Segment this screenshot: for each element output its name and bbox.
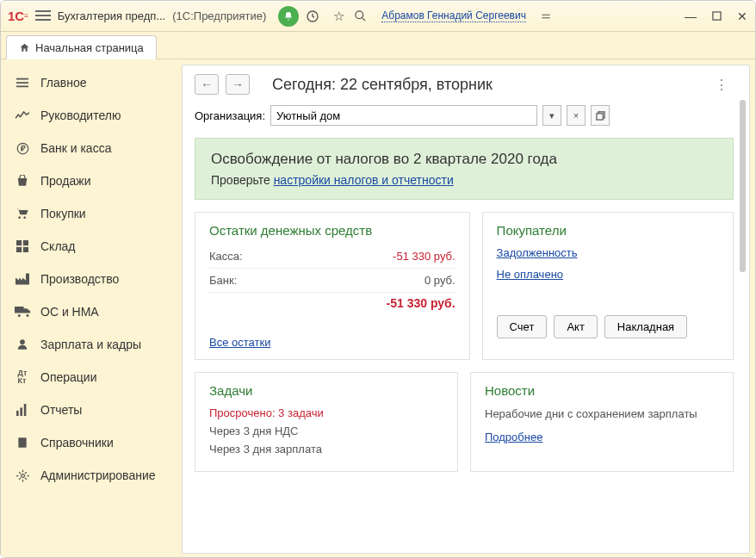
sidebar-item-main[interactable]: Главное <box>1 66 182 99</box>
equals-icon[interactable] <box>540 10 557 22</box>
all-balances-link[interactable]: Все остатки <box>209 336 270 349</box>
cash-card: Остатки денежных средств Касса: -51 330 … <box>195 212 470 360</box>
tasks-title: Задачи <box>209 383 443 398</box>
sidebar-item-assets[interactable]: ОС и НМА <box>1 295 182 328</box>
user-link[interactable]: Абрамов Геннадий Сергеевич <box>381 9 526 22</box>
news-card: Новости Нерабочие дни с сохранением зарп… <box>470 372 734 472</box>
cash-label: Банк: <box>209 274 237 287</box>
sidebar: Главное Руководителю Банк и касса Продаж… <box>1 59 182 558</box>
gear-icon <box>15 468 30 483</box>
waybill-button[interactable]: Накладная <box>604 315 687 338</box>
cash-value: 0 руб. <box>424 274 455 287</box>
sidebar-item-bank[interactable]: Банк и касса <box>1 132 182 164</box>
sidebar-item-label: Склад <box>40 239 76 253</box>
history-icon[interactable] <box>306 9 323 23</box>
minimize-icon[interactable]: — <box>685 10 697 22</box>
search-icon[interactable] <box>354 9 371 22</box>
sidebar-item-label: Руководителю <box>40 108 121 122</box>
app-subtitle: (1С:Предприятие) <box>172 9 266 22</box>
act-button[interactable]: Акт <box>554 315 597 338</box>
star-icon[interactable]: ☆ <box>330 9 347 24</box>
news-more-link[interactable]: Подробнее <box>485 431 542 443</box>
menu-icon[interactable] <box>35 10 51 22</box>
svg-point-12 <box>21 474 24 477</box>
sidebar-item-label: Продажи <box>40 174 90 188</box>
sidebar-item-label: Банк и касса <box>40 141 111 155</box>
truck-icon <box>15 304 30 319</box>
sidebar-item-label: Покупки <box>40 207 86 220</box>
cash-title: Остатки денежных средств <box>209 223 455 238</box>
sidebar-item-admin[interactable]: Администрирование <box>1 459 182 492</box>
buyers-title: Покупатели <box>497 223 719 238</box>
cash-value: -51 330 руб. <box>393 250 455 263</box>
app-logo: 1C≡ <box>8 9 28 23</box>
svg-rect-13 <box>596 113 602 119</box>
sidebar-item-purchases[interactable]: Покупки <box>1 197 182 230</box>
maximize-icon[interactable] <box>710 10 722 22</box>
nav-back-button[interactable]: ← <box>195 74 219 95</box>
tax-banner: Освобождение от налогов во 2 квартале 20… <box>195 138 734 200</box>
boxes-icon <box>15 239 30 254</box>
org-label: Организация: <box>195 109 265 122</box>
svg-rect-6 <box>16 247 22 252</box>
sidebar-item-operations[interactable]: ДтКт Операции <box>1 361 182 394</box>
buyers-card: Покупатели Задолженность Не оплачено Сче… <box>482 212 734 360</box>
sidebar-item-sales[interactable]: Продажи <box>1 164 182 197</box>
sidebar-item-hr[interactable]: Зарплата и кадры <box>1 328 182 361</box>
org-open-button[interactable] <box>591 105 610 126</box>
svg-rect-5 <box>23 240 28 245</box>
more-icon[interactable]: ⋮ <box>715 77 728 93</box>
banner-prefix: Проверьте <box>211 173 274 187</box>
unpaid-link[interactable]: Не оплачено <box>497 268 719 281</box>
tasks-card: Задачи Просрочено: 3 задачи Через 3 дня … <box>195 372 458 472</box>
tasks-overdue: Просрочено: 3 задачи <box>209 406 443 419</box>
sidebar-item-reports[interactable]: Отчеты <box>1 394 182 426</box>
sidebar-item-production[interactable]: Производство <box>1 263 182 295</box>
list-icon <box>15 75 30 90</box>
org-input[interactable] <box>270 105 537 126</box>
titlebar: 1C≡ Бухгалтерия предп... (1С:Предприятие… <box>1 1 755 32</box>
svg-rect-7 <box>23 247 28 252</box>
sidebar-item-manager[interactable]: Руководителю <box>1 99 182 132</box>
svg-rect-11 <box>24 404 27 416</box>
svg-rect-2 <box>712 12 720 20</box>
sidebar-item-label: Отчеты <box>40 403 82 417</box>
book-icon <box>15 435 30 450</box>
svg-point-8 <box>20 339 25 344</box>
app-title: Бухгалтерия предп... <box>58 9 165 22</box>
svg-rect-9 <box>16 411 19 416</box>
task-line: Через 3 дня зарплата <box>209 443 443 456</box>
close-icon[interactable]: ✕ <box>736 10 748 22</box>
nav-forward-button[interactable]: → <box>226 74 250 95</box>
invoice-button[interactable]: Счет <box>497 315 548 338</box>
svg-rect-4 <box>16 240 22 245</box>
sidebar-item-label: Производство <box>40 272 119 286</box>
sidebar-item-label: Главное <box>40 76 87 90</box>
tab-home[interactable]: Начальная страница <box>6 35 157 59</box>
tabbar: Начальная страница <box>1 32 755 59</box>
sidebar-item-label: ОС и НМА <box>40 305 99 319</box>
dtkt-icon: ДтКт <box>15 369 30 385</box>
banner-link[interactable]: настройки налогов и отчетности <box>274 173 454 187</box>
banner-title: Освобождение от налогов во 2 квартале 20… <box>211 151 717 168</box>
cart-icon <box>15 206 30 221</box>
chart-icon <box>15 402 30 418</box>
news-text: Нерабочие дни с сохранением зарплаты <box>485 406 719 422</box>
news-title: Новости <box>485 383 719 398</box>
pulse-icon <box>15 108 30 123</box>
sidebar-item-catalogs[interactable]: Справочники <box>1 426 182 459</box>
svg-rect-10 <box>20 407 22 416</box>
svg-point-1 <box>356 11 363 19</box>
sidebar-item-label: Зарплата и кадры <box>40 338 141 351</box>
notification-icon[interactable] <box>278 6 299 27</box>
cash-total: -51 330 руб. <box>387 296 455 310</box>
debt-link[interactable]: Задолженность <box>497 246 719 259</box>
bag-icon <box>15 173 30 189</box>
sidebar-item-warehouse[interactable]: Склад <box>1 230 182 263</box>
person-icon <box>15 337 30 352</box>
org-clear-button[interactable]: × <box>567 105 586 126</box>
page-title: Сегодня: 22 сентября, вторник <box>272 76 493 94</box>
org-dropdown-button[interactable]: ▾ <box>542 105 561 126</box>
cash-label: Касса: <box>209 250 243 263</box>
main-panel: ← → Сегодня: 22 сентября, вторник ⋮ Орга… <box>182 65 750 554</box>
